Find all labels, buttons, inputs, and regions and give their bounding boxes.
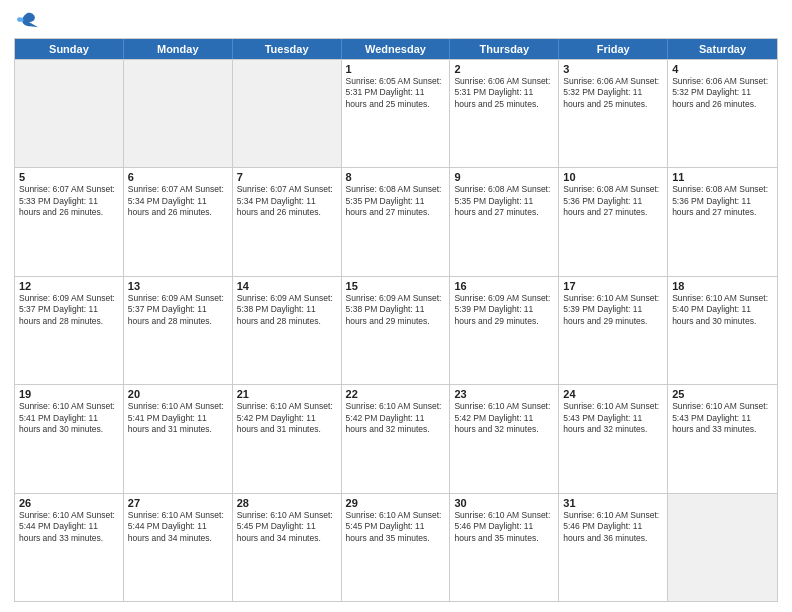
page: SundayMondayTuesdayWednesdayThursdayFrid… [0,0,792,612]
cell-info: Sunrise: 6:06 AM Sunset: 5:32 PM Dayligh… [672,76,773,110]
cell-info: Sunrise: 6:09 AM Sunset: 5:39 PM Dayligh… [454,293,554,327]
cell-info: Sunrise: 6:09 AM Sunset: 5:38 PM Dayligh… [237,293,337,327]
cal-cell-3-5: 16Sunrise: 6:09 AM Sunset: 5:39 PM Dayli… [450,277,559,384]
cal-cell-3-3: 14Sunrise: 6:09 AM Sunset: 5:38 PM Dayli… [233,277,342,384]
cell-info: Sunrise: 6:09 AM Sunset: 5:37 PM Dayligh… [128,293,228,327]
cell-info: Sunrise: 6:10 AM Sunset: 5:42 PM Dayligh… [454,401,554,435]
cell-info: Sunrise: 6:07 AM Sunset: 5:33 PM Dayligh… [19,184,119,218]
cal-cell-2-3: 7Sunrise: 6:07 AM Sunset: 5:34 PM Daylig… [233,168,342,275]
week-row-4: 19Sunrise: 6:10 AM Sunset: 5:41 PM Dayli… [15,384,777,492]
cal-cell-2-7: 11Sunrise: 6:08 AM Sunset: 5:36 PM Dayli… [668,168,777,275]
week-row-2: 5Sunrise: 6:07 AM Sunset: 5:33 PM Daylig… [15,167,777,275]
cal-cell-1-6: 3Sunrise: 6:06 AM Sunset: 5:32 PM Daylig… [559,60,668,167]
day-number: 23 [454,388,554,400]
day-number: 30 [454,497,554,509]
day-number: 26 [19,497,119,509]
day-number: 14 [237,280,337,292]
day-number: 22 [346,388,446,400]
cell-info: Sunrise: 6:10 AM Sunset: 5:40 PM Dayligh… [672,293,773,327]
cal-cell-3-2: 13Sunrise: 6:09 AM Sunset: 5:37 PM Dayli… [124,277,233,384]
cal-cell-5-2: 27Sunrise: 6:10 AM Sunset: 5:44 PM Dayli… [124,494,233,601]
cell-info: Sunrise: 6:10 AM Sunset: 5:43 PM Dayligh… [563,401,663,435]
day-number: 17 [563,280,663,292]
cal-cell-4-4: 22Sunrise: 6:10 AM Sunset: 5:42 PM Dayli… [342,385,451,492]
day-number: 15 [346,280,446,292]
header-cell-thursday: Thursday [450,39,559,59]
cell-info: Sunrise: 6:08 AM Sunset: 5:35 PM Dayligh… [454,184,554,218]
day-number: 9 [454,171,554,183]
cell-info: Sunrise: 6:08 AM Sunset: 5:36 PM Dayligh… [672,184,773,218]
cal-cell-4-6: 24Sunrise: 6:10 AM Sunset: 5:43 PM Dayli… [559,385,668,492]
day-number: 2 [454,63,554,75]
cal-cell-4-7: 25Sunrise: 6:10 AM Sunset: 5:43 PM Dayli… [668,385,777,492]
cell-info: Sunrise: 6:09 AM Sunset: 5:38 PM Dayligh… [346,293,446,327]
cell-info: Sunrise: 6:06 AM Sunset: 5:32 PM Dayligh… [563,76,663,110]
day-number: 27 [128,497,228,509]
cell-info: Sunrise: 6:10 AM Sunset: 5:46 PM Dayligh… [563,510,663,544]
header-cell-monday: Monday [124,39,233,59]
cal-cell-4-2: 20Sunrise: 6:10 AM Sunset: 5:41 PM Dayli… [124,385,233,492]
cell-info: Sunrise: 6:10 AM Sunset: 5:41 PM Dayligh… [128,401,228,435]
day-number: 5 [19,171,119,183]
logo-bird-icon [16,10,38,32]
day-number: 4 [672,63,773,75]
cell-info: Sunrise: 6:10 AM Sunset: 5:39 PM Dayligh… [563,293,663,327]
day-number: 29 [346,497,446,509]
cal-cell-1-5: 2Sunrise: 6:06 AM Sunset: 5:31 PM Daylig… [450,60,559,167]
day-number: 6 [128,171,228,183]
day-number: 12 [19,280,119,292]
day-number: 11 [672,171,773,183]
cal-cell-2-6: 10Sunrise: 6:08 AM Sunset: 5:36 PM Dayli… [559,168,668,275]
day-number: 20 [128,388,228,400]
cal-cell-1-4: 1Sunrise: 6:05 AM Sunset: 5:31 PM Daylig… [342,60,451,167]
cal-cell-2-5: 9Sunrise: 6:08 AM Sunset: 5:35 PM Daylig… [450,168,559,275]
cal-cell-5-4: 29Sunrise: 6:10 AM Sunset: 5:45 PM Dayli… [342,494,451,601]
cal-cell-1-3 [233,60,342,167]
week-row-1: 1Sunrise: 6:05 AM Sunset: 5:31 PM Daylig… [15,59,777,167]
cal-cell-1-2 [124,60,233,167]
header-cell-wednesday: Wednesday [342,39,451,59]
cal-cell-2-4: 8Sunrise: 6:08 AM Sunset: 5:35 PM Daylig… [342,168,451,275]
cal-cell-1-1 [15,60,124,167]
cell-info: Sunrise: 6:10 AM Sunset: 5:44 PM Dayligh… [19,510,119,544]
cal-cell-5-1: 26Sunrise: 6:10 AM Sunset: 5:44 PM Dayli… [15,494,124,601]
cell-info: Sunrise: 6:08 AM Sunset: 5:35 PM Dayligh… [346,184,446,218]
cal-cell-3-6: 17Sunrise: 6:10 AM Sunset: 5:39 PM Dayli… [559,277,668,384]
cell-info: Sunrise: 6:10 AM Sunset: 5:43 PM Dayligh… [672,401,773,435]
calendar: SundayMondayTuesdayWednesdayThursdayFrid… [14,38,778,602]
header-cell-friday: Friday [559,39,668,59]
cal-cell-4-3: 21Sunrise: 6:10 AM Sunset: 5:42 PM Dayli… [233,385,342,492]
day-number: 18 [672,280,773,292]
header-cell-sunday: Sunday [15,39,124,59]
cal-cell-5-7 [668,494,777,601]
day-number: 28 [237,497,337,509]
day-number: 31 [563,497,663,509]
cell-info: Sunrise: 6:10 AM Sunset: 5:42 PM Dayligh… [237,401,337,435]
cell-info: Sunrise: 6:10 AM Sunset: 5:45 PM Dayligh… [346,510,446,544]
cell-info: Sunrise: 6:08 AM Sunset: 5:36 PM Dayligh… [563,184,663,218]
cal-cell-5-5: 30Sunrise: 6:10 AM Sunset: 5:46 PM Dayli… [450,494,559,601]
day-number: 21 [237,388,337,400]
cal-cell-1-7: 4Sunrise: 6:06 AM Sunset: 5:32 PM Daylig… [668,60,777,167]
day-number: 7 [237,171,337,183]
cal-cell-2-2: 6Sunrise: 6:07 AM Sunset: 5:34 PM Daylig… [124,168,233,275]
day-number: 3 [563,63,663,75]
cell-info: Sunrise: 6:09 AM Sunset: 5:37 PM Dayligh… [19,293,119,327]
header-cell-saturday: Saturday [668,39,777,59]
cal-cell-3-7: 18Sunrise: 6:10 AM Sunset: 5:40 PM Dayli… [668,277,777,384]
cell-info: Sunrise: 6:10 AM Sunset: 5:46 PM Dayligh… [454,510,554,544]
cell-info: Sunrise: 6:10 AM Sunset: 5:44 PM Dayligh… [128,510,228,544]
day-number: 24 [563,388,663,400]
cell-info: Sunrise: 6:07 AM Sunset: 5:34 PM Dayligh… [237,184,337,218]
calendar-body: 1Sunrise: 6:05 AM Sunset: 5:31 PM Daylig… [15,59,777,601]
week-row-3: 12Sunrise: 6:09 AM Sunset: 5:37 PM Dayli… [15,276,777,384]
cell-info: Sunrise: 6:07 AM Sunset: 5:34 PM Dayligh… [128,184,228,218]
cal-cell-4-5: 23Sunrise: 6:10 AM Sunset: 5:42 PM Dayli… [450,385,559,492]
week-row-5: 26Sunrise: 6:10 AM Sunset: 5:44 PM Dayli… [15,493,777,601]
day-number: 1 [346,63,446,75]
day-number: 25 [672,388,773,400]
logo [14,10,38,32]
cal-cell-4-1: 19Sunrise: 6:10 AM Sunset: 5:41 PM Dayli… [15,385,124,492]
cal-cell-2-1: 5Sunrise: 6:07 AM Sunset: 5:33 PM Daylig… [15,168,124,275]
header-cell-tuesday: Tuesday [233,39,342,59]
